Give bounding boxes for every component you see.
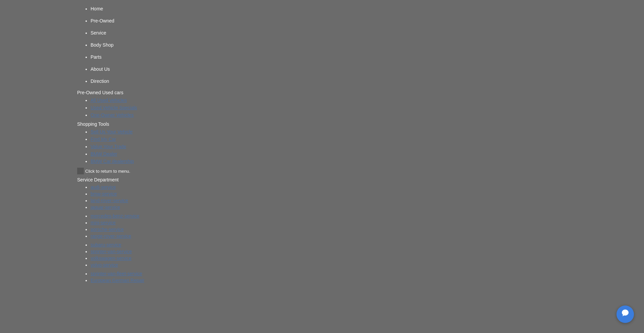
shopping-link-trade[interactable]: Value Your Trade [91,144,126,149]
return-to-menu-text: Click to return to menu. [85,169,130,174]
shopping-item-trade[interactable]: Value Your Trade [91,143,644,150]
service-list-group1: audi-service bmw-service land-rover-serv… [77,184,644,211]
service-section: Service Department audi-service bmw-serv… [77,177,644,284]
service-link-volvo[interactable]: volvo-service [91,262,118,268]
nav-link-parts[interactable]: Parts [91,54,102,60]
service-link-subaru[interactable]: subaru-service [91,242,121,247]
shopping-tools-section: Shopping Tools Sell Us Your Vehicle Find… [77,121,644,165]
service-item-volvo[interactable]: volvo-service [91,262,644,268]
nav-item-home[interactable]: Home [91,3,644,15]
service-list-group3: subaru-service sprinter-van-service volk… [77,241,644,268]
chat-button[interactable] [616,306,634,323]
service-heading: Service Department [77,177,644,182]
main-content: Home Pre-Owned Service Body Shop Parts A… [77,0,644,287]
shopping-heading: Shopping Tools [77,121,644,127]
shopping-link-findcar[interactable]: Find My Car [91,136,116,142]
nav-item-service[interactable]: Service [91,27,644,39]
service-item-porsche[interactable]: porsche-service [91,226,644,233]
nav-link-service[interactable]: Service [91,30,106,36]
shopping-item-findcar[interactable]: Find My Car [91,135,644,143]
service-link-audi[interactable]: audi-service [91,184,116,190]
return-to-menu[interactable]: Click to return to menu. [77,168,644,174]
service-link-european[interactable]: European German Repair [91,278,144,283]
service-item-bmw[interactable]: bmw-service [91,190,644,197]
service-item-volkswagen[interactable]: volkswagen-service [91,255,644,262]
service-link-jaguar[interactable]: jaguar-service [91,205,120,210]
service-list-group4: sprinter-van-fleet-service European Germ… [77,270,644,284]
nav-item-bodyshop[interactable]: Body Shop [91,39,644,51]
preowned-item-oneowner[interactable]: One-Owner Vehicles [91,111,644,119]
service-item-sprinterfleet[interactable]: sprinter-van-fleet-service [91,270,644,277]
shopping-item-bmwdealer[interactable]: BMW Dealer [91,150,644,158]
shopping-link-sell[interactable]: Sell Us Your Vehicle [91,129,132,134]
service-item-audi[interactable]: audi-service [91,184,644,190]
nav-item-direction[interactable]: Direction [91,75,644,87]
service-link-sprintervan[interactable]: sprinter-van-service [91,249,132,254]
preowned-link-oneowner[interactable]: One-Owner Vehicles [91,112,133,118]
nav-link-bodyshop[interactable]: Body Shop [91,42,114,48]
return-to-menu-icon [77,168,84,174]
service-list-group2: mercedes-benz-service mini-service porsc… [77,213,644,239]
main-nav-list: Home Pre-Owned Service Body Shop Parts A… [77,3,644,87]
nav-link-home[interactable]: Home [91,6,103,11]
service-item-mercedes[interactable]: mercedes-benz-service [91,213,644,219]
service-link-mini[interactable]: mini-service [91,220,116,225]
shopping-link-bmwcar[interactable]: BMW Car dealership [91,159,134,164]
service-item-subaru[interactable]: subaru-service [91,241,644,248]
shopping-link-bmwdealer[interactable]: BMW Dealer [91,151,117,157]
service-item-mini[interactable]: mini-service [91,219,644,226]
service-link-landrover[interactable]: land-rover-service [91,198,128,203]
preowned-link-specials[interactable]: Used Vehicle Specials [91,105,137,110]
service-link-bmw[interactable]: bmw-service [91,191,117,197]
nav-link-aboutus[interactable]: About Us [91,66,110,72]
service-link-sprinterfleet[interactable]: sprinter-van-fleet-service [91,271,142,276]
service-item-jaguar[interactable]: jaguar-service [91,204,644,211]
preowned-link-all[interactable]: All Used Vehicles [91,98,127,103]
nav-item-parts[interactable]: Parts [91,51,644,63]
nav-item-aboutus[interactable]: About Us [91,63,644,75]
shopping-list: Sell Us Your Vehicle Find My Car Value Y… [77,128,644,165]
service-item-european[interactable]: European German Repair [91,277,644,284]
chat-icon [621,309,630,320]
shopping-item-bmwcar[interactable]: BMW Car dealership [91,158,644,165]
service-item-rangerover[interactable]: range-rover-service [91,233,644,239]
nav-link-preowned[interactable]: Pre-Owned [91,18,114,23]
service-link-porsche[interactable]: porsche-service [91,227,124,232]
preowned-heading: Pre-Owned Used cars [77,90,644,95]
service-link-rangerover[interactable]: range-rover-service [91,233,131,239]
shopping-item-sell[interactable]: Sell Us Your Vehicle [91,128,644,135]
nav-link-direction[interactable]: Direction [91,78,109,84]
service-link-volkswagen[interactable]: volkswagen-service [91,256,131,261]
preowned-item-all[interactable]: All Used Vehicles [91,97,644,104]
service-item-sprintervan[interactable]: sprinter-van-service [91,248,644,255]
service-link-mercedes[interactable]: mercedes-benz-service [91,213,140,219]
preowned-list: All Used Vehicles Used Vehicle Specials … [77,97,644,119]
preowned-item-specials[interactable]: Used Vehicle Specials [91,104,644,111]
service-item-landrover[interactable]: land-rover-service [91,197,644,204]
nav-item-preowned[interactable]: Pre-Owned [91,15,644,27]
